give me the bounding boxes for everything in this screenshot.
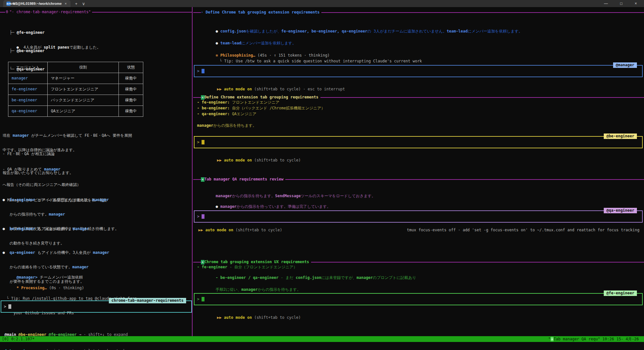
text-cursor[interactable] (202, 140, 204, 144)
terminal-tab[interactable]: &#8250;_ U3@HL01989:~/work/chrome × (3, 0, 71, 7)
tmux-border-segment (193, 262, 201, 262)
auto-mode-icon: ▶▶ (217, 315, 222, 320)
tmux-border-segment (193, 12, 201, 13)
table-header-row: エージェント 役割 状態 (8, 62, 143, 73)
status-bar-right: "✳Tab manager QA requ" 10:26 15- 4月-26 (548, 336, 644, 342)
tmux-focus-events-notice: tmux focus-events off · add 'set -g focu… (407, 228, 639, 233)
qa-engineer-input-box[interactable]: @qa-engineer > (194, 210, 643, 223)
prompt-caret: > (197, 214, 199, 219)
left-pane-border-title: 0"· chrome-tab-manager-requirements" (0, 10, 192, 14)
tab-title: U3@HL01989:~/work/chrome (13, 2, 62, 5)
pane-title: Define Chrome extension tab grouping req… (204, 95, 320, 100)
powershell-icon: &#8250;_ (6, 2, 11, 6)
terminal-titlebar: &#8250;_ U3@HL01989:~/work/chrome × + ∨ … (0, 0, 644, 7)
bullet-icon: ● (216, 204, 218, 209)
fe-engineer-input-box[interactable]: @fe-engineer > (194, 293, 643, 305)
text-cursor[interactable] (202, 69, 204, 73)
prompt-caret: > (197, 140, 199, 145)
input-box-label: @manager (613, 62, 637, 68)
assistant-message: managerからの指示を待ちます。 (197, 123, 641, 128)
text-cursor[interactable] (202, 214, 204, 219)
corner-glyph: └ (6, 296, 11, 301)
input-box-label: @fe-engineer (604, 290, 637, 296)
pane-title: · Define Chrome tab grouping extension r… (201, 10, 321, 15)
auto-mode-line: ▶▶ auto mode on (shift+tab to cycle) tmu… (198, 228, 641, 233)
team-status-lines: @main @be-engineer @fe-engineer → · shif… (5, 321, 128, 350)
auto-mode-icon: ▶▶ (198, 228, 203, 232)
spinner-badge-icon: ✳ (201, 177, 204, 182)
auto-mode-line: ▶▶ auto mode on (shift+tab to cycle) (198, 153, 641, 168)
tmux-status-bar: [0] 0:2.1.107* "✳Tab manager QA requ" 10… (0, 336, 644, 342)
right-pane-column: · Define Chrome tab grouping extension r… (193, 7, 644, 336)
table-row: fe-engineer フロントエンドエンジニア 稼働中 (8, 84, 143, 95)
table-row: qa-engineer QAエンジニア 稼働中 (8, 106, 143, 117)
pane-title: Chrome tab grouping extension UX require… (204, 260, 311, 264)
terminal-window: { "titlebar": { "icon_glyph": "&#8250;_"… (0, 0, 644, 350)
be-pane-border-title: ✳ Define Chrome extension tab grouping r… (193, 95, 644, 100)
fe-engineer-pane[interactable]: ✳ Chrome tab grouping extension UX requi… (193, 260, 644, 336)
manager-input-box[interactable]: @manager > (194, 65, 643, 77)
bullet-icon: ● (216, 41, 218, 45)
qa-pane-border-title: ✳ Tab manager QA requirements review (193, 177, 644, 182)
manager-pane-border-title: · Define Chrome tab grouping extension r… (193, 10, 644, 15)
col-header-role: 役割 (48, 62, 119, 73)
tmux-border-segment (285, 179, 644, 180)
auto-mode-line: ▶▶ auto mode on (shift+tab to cycle) · e… (198, 82, 641, 97)
fe-pane-border-title: ✳ Chrome tab grouping extension UX requi… (193, 260, 644, 264)
assistant-message: - qa-engineer: QAエンジニア (197, 112, 641, 116)
tree-item: ├─ @fe-engineer (10, 30, 44, 36)
tmux-border-segment (193, 97, 201, 98)
bullet-icon: ● (216, 29, 218, 33)
tmux-border-segment (320, 97, 644, 98)
manager-prompt-label: @manager> (16, 275, 37, 280)
table-row: manager マネージャー 稼働中 (8, 73, 143, 84)
text-cursor[interactable] (8, 304, 11, 309)
window-close-button[interactable]: × (635, 1, 637, 6)
prompt-caret: > (4, 304, 6, 309)
bullet-icon: ● (16, 45, 19, 50)
prompt-caret: > (197, 297, 199, 302)
auto-mode-icon: ▶▶ (217, 158, 222, 162)
team-lead-input-box[interactable]: chrome-tab-manager-requirements > (1, 300, 192, 313)
tmux-border-segment (0, 12, 5, 13)
tmux-border-segment (193, 179, 201, 180)
spinner-badge-icon: ✳ (201, 95, 204, 100)
be-engineer-input-box[interactable]: @be-engineer > (194, 136, 643, 148)
col-header-agent: エージェント (8, 62, 48, 73)
tab-close-icon[interactable]: × (64, 2, 67, 5)
auto-mode-icon: ▶▶ (217, 87, 222, 91)
qa-engineer-pane[interactable]: ✳ Tab manager QA requirements review man… (193, 177, 644, 260)
session-window-indicator[interactable]: [0] 0:2.1.107* (0, 337, 34, 341)
tmux-vertical-divider[interactable] (192, 7, 193, 336)
auto-mode-line: ▶▶ auto mode on (shift+tab to cycle) (198, 310, 641, 325)
assistant-message: - be-engineer: 自分（バックエンド /Chrome拡張機能エンジニ… (197, 106, 641, 111)
prompt-caret: > (197, 69, 199, 74)
tmux-border-segment (311, 262, 644, 262)
col-header-status: 状態 (119, 62, 143, 73)
tmux-border-segment (92, 12, 192, 13)
report-note: 報告が届いたらすぐにお知らせします。 (3, 170, 73, 175)
tmux-border-segment (321, 12, 644, 13)
input-box-label: @qa-engineer (604, 208, 637, 213)
assistant-message: - fe-engineer: フロントエンドエンジニア (197, 100, 641, 105)
text-cursor[interactable] (202, 297, 204, 301)
pane-title: "· chrome-tab-manager-requirements" (9, 10, 91, 14)
corner-glyph: └ (220, 59, 224, 63)
table-row: be-engineer バックエンドエンジニア 稼働中 (8, 95, 143, 106)
window-maximize-button[interactable]: □ (620, 1, 622, 6)
tmux-session[interactable]: 0"· chrome-tab-manager-requirements" ├─ … (0, 7, 644, 336)
pane-title: Tab manager QA requirements review (204, 177, 286, 182)
agent-table: エージェント 役割 状態 manager マネージャー 稼働中 fe-engin… (8, 52, 143, 126)
input-box-label: chrome-tab-manager-requirements (109, 298, 186, 303)
pane-index: 0 (5, 10, 9, 14)
spinner-badge-icon: ✳ (551, 337, 554, 341)
window-minimize-button[interactable]: — (604, 1, 608, 6)
new-tab-button[interactable]: + (75, 1, 78, 6)
manager-pane[interactable]: · Define Chrome tab grouping extension r… (193, 10, 644, 95)
input-box-label: @be-engineer (604, 134, 637, 139)
assistant-message: - fe-engineer - 自分（フロントエンドエンジニア） (197, 265, 641, 270)
tab-dropdown-icon[interactable]: ∨ (82, 1, 85, 6)
be-engineer-pane[interactable]: ✳ Define Chrome extension tab grouping r… (193, 95, 644, 177)
spinner-badge-icon: ✳ (201, 260, 204, 264)
